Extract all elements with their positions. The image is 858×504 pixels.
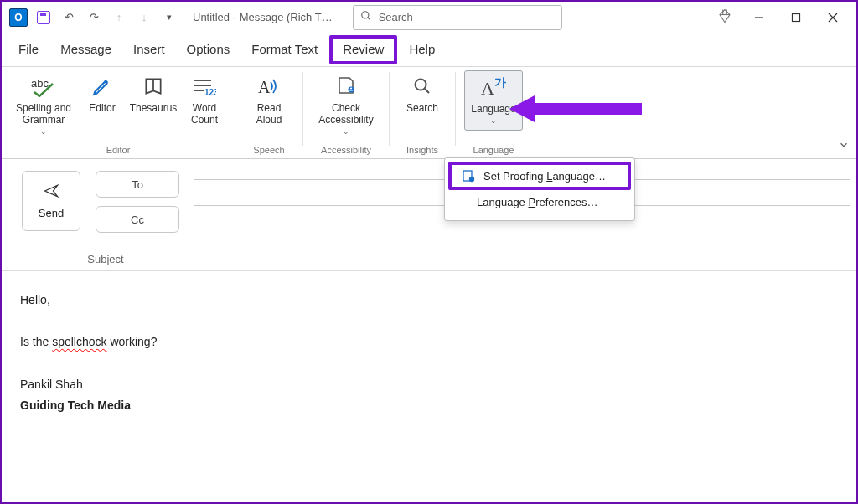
undo-button[interactable]: ↶ xyxy=(57,6,80,29)
language-dropdown: Set Proofing Language… Language Preferen… xyxy=(444,157,635,221)
next-button: ↓ xyxy=(132,6,156,29)
window-title: Untitled - Message (Rich T… xyxy=(193,11,333,23)
word-count-label: Word Count xyxy=(191,102,218,126)
check-accessibility-button[interactable]: Check Accessibility ⌄ xyxy=(312,70,380,137)
misspelled-word: spellchock xyxy=(52,335,106,348)
address-buttons: To Cc xyxy=(96,171,179,233)
accessibility-icon xyxy=(334,72,358,100)
minimize-button[interactable] xyxy=(741,5,778,30)
titlebar: ↶ ↷ ↑ ↓ ▾ Untitled - Message (Rich T… Se… xyxy=(2,2,856,33)
svg-text:abc: abc xyxy=(31,77,49,90)
subject-label: Subject xyxy=(22,253,189,265)
svg-text:A: A xyxy=(481,78,494,99)
redo-button[interactable]: ↷ xyxy=(82,6,106,29)
read-aloud-button[interactable]: A Read Aloud xyxy=(244,70,294,126)
group-accessibility: Check Accessibility ⌄ Accessibility xyxy=(303,67,389,158)
svg-point-19 xyxy=(416,80,426,90)
collapse-ribbon-button[interactable] xyxy=(838,139,850,153)
svg-marker-2 xyxy=(720,9,730,22)
callout-arrow xyxy=(509,92,644,126)
chevron-down-icon: ⌄ xyxy=(490,115,497,126)
svg-text:123: 123 xyxy=(204,88,216,97)
read-aloud-icon: A xyxy=(256,72,282,100)
send-icon xyxy=(41,183,61,203)
word-count-button[interactable]: 123 Word Count xyxy=(183,70,226,126)
message-body[interactable]: Hello, Is the spellchock working? Pankil… xyxy=(2,271,856,435)
signature-name: Pankil Shah xyxy=(20,374,838,395)
language-preferences-item[interactable]: Language Preferences… xyxy=(445,190,634,213)
thesaurus-icon xyxy=(142,72,164,100)
body-line: Hello, xyxy=(20,290,838,311)
tab-help[interactable]: Help xyxy=(399,35,445,64)
svg-point-18 xyxy=(350,87,352,89)
tab-message[interactable]: Message xyxy=(50,35,121,64)
maximize-button[interactable] xyxy=(778,5,814,30)
menu-item-label: Language Preferences… xyxy=(477,196,598,208)
tab-format-text[interactable]: Format Text xyxy=(241,35,328,64)
premium-icon[interactable] xyxy=(717,8,732,27)
spelling-grammar-button[interactable]: abc Spelling and Grammar ⌄ xyxy=(10,70,77,137)
svg-text:A: A xyxy=(258,78,271,96)
svg-point-24 xyxy=(469,177,474,182)
search-button[interactable]: Search xyxy=(398,70,447,114)
blank-icon xyxy=(455,195,468,208)
send-label: Send xyxy=(39,207,64,219)
set-proofing-language-item[interactable]: Set Proofing Language… xyxy=(448,162,631,190)
editor-label: Editor xyxy=(89,102,115,114)
qat-more-button[interactable]: ▾ xyxy=(158,6,181,29)
cc-button[interactable]: Cc xyxy=(96,206,179,233)
spelling-grammar-label: Spelling and Grammar xyxy=(16,102,71,126)
svg-rect-7 xyxy=(793,13,800,21)
group-insights: Search Insights xyxy=(390,67,455,158)
svg-text:가: 가 xyxy=(494,75,506,89)
svg-line-1 xyxy=(367,18,370,20)
thesaurus-label: Thesaurus xyxy=(130,102,178,114)
svg-marker-25 xyxy=(509,95,642,122)
svg-point-0 xyxy=(361,12,368,18)
tab-file[interactable]: File xyxy=(8,35,49,64)
svg-line-20 xyxy=(425,89,429,93)
signature-company: Guiding Tech Media xyxy=(20,395,838,416)
to-button[interactable]: To xyxy=(96,171,179,198)
search-placeholder: Search xyxy=(379,11,413,23)
close-button[interactable] xyxy=(814,5,851,30)
read-aloud-label: Read Aloud xyxy=(256,102,282,126)
body-line: Is the spellchock working? xyxy=(20,332,838,352)
group-language-label: Language xyxy=(473,143,514,158)
search-icon xyxy=(412,72,432,100)
group-editor: abc Spelling and Grammar ⌄ Editor Thesau… xyxy=(2,67,235,158)
editor-button[interactable]: Editor xyxy=(80,70,124,114)
group-speech: A Read Aloud Speech xyxy=(235,67,302,158)
search-icon xyxy=(360,10,372,24)
editor-icon xyxy=(91,72,113,100)
language-icon: A가 xyxy=(479,73,508,101)
group-editor-label: Editor xyxy=(106,143,131,158)
menu-item-label: Set Proofing Language… xyxy=(483,170,606,183)
tab-insert[interactable]: Insert xyxy=(123,35,175,64)
prev-button: ↑ xyxy=(107,6,131,29)
ribbon: abc Spelling and Grammar ⌄ Editor Thesau… xyxy=(2,67,856,159)
send-button[interactable]: Send xyxy=(22,171,80,231)
group-speech-label: Speech xyxy=(253,143,284,158)
app-icon[interactable] xyxy=(7,6,30,29)
check-accessibility-label: Check Accessibility xyxy=(318,102,373,126)
compose-header: Send To Cc Subject xyxy=(2,159,856,271)
proofing-icon xyxy=(462,169,475,183)
thesaurus-button[interactable]: Thesaurus xyxy=(127,70,179,114)
search-label: Search xyxy=(406,102,438,114)
ribbon-tabs: File Message Insert Options Format Text … xyxy=(2,33,856,67)
tab-options[interactable]: Options xyxy=(177,35,240,64)
chevron-down-icon: ⌄ xyxy=(343,126,349,137)
group-accessibility-label: Accessibility xyxy=(321,143,371,158)
word-count-icon: 123 xyxy=(193,72,216,100)
quick-access-toolbar: ↶ ↷ ↑ ↓ ▾ xyxy=(7,6,181,29)
window-controls xyxy=(717,5,851,30)
search-input[interactable]: Search xyxy=(353,5,562,30)
group-insights-label: Insights xyxy=(406,143,438,158)
tab-review[interactable]: Review xyxy=(329,35,397,64)
save-button[interactable] xyxy=(32,6,55,29)
chevron-down-icon: ⌄ xyxy=(40,126,47,137)
spelling-icon: abc xyxy=(31,72,56,100)
